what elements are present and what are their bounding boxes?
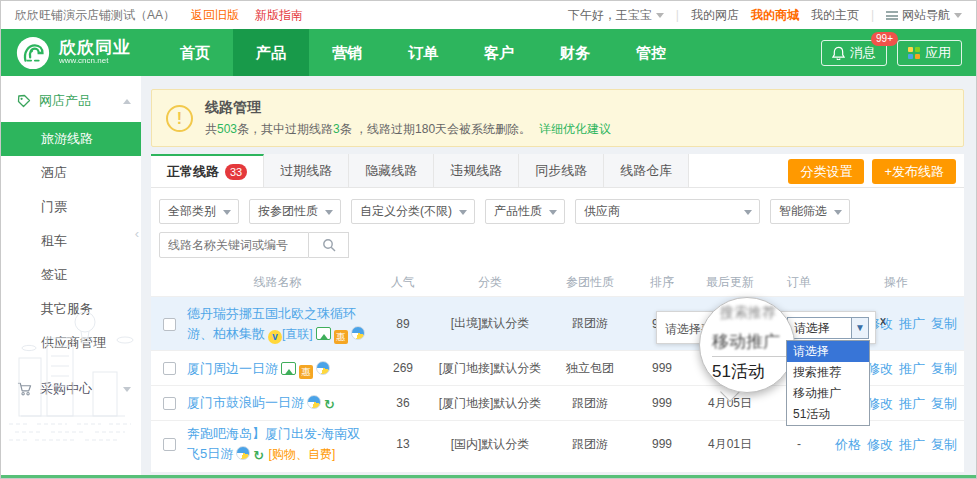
globe-icon	[236, 446, 250, 460]
op-price-link[interactable]: 价格	[835, 437, 861, 452]
sidebar-item-travel-routes[interactable]: 旅游线路	[1, 122, 141, 156]
publish-route-button[interactable]: +发布线路	[872, 159, 956, 184]
category-value: [厦门地接]默认分类	[434, 395, 546, 412]
nav-item-customers[interactable]: 客户	[461, 29, 537, 76]
loupe-text-mobile-promotion: 移动推广	[712, 330, 780, 353]
nav-item-control[interactable]: 管控	[613, 29, 689, 76]
op-copy-link[interactable]: 复制	[931, 361, 957, 376]
filter-supplier[interactable]: 供应商	[575, 199, 760, 224]
op-copy-link[interactable]: 复制	[931, 396, 957, 411]
brand-logo[interactable]: 欣欣同业 www.cncn.net	[1, 29, 157, 76]
join-type-value: 跟团游	[546, 395, 634, 412]
table-row: 奔跑吧海岛】厦门出发-海南双飞5日游↻ [购物、自费] 13 [国内]默认分类 …	[151, 420, 964, 467]
popularity-value: 269	[372, 361, 434, 375]
notice-title: 线路管理	[205, 99, 611, 117]
sidebar-item-hotel[interactable]: 酒店	[1, 156, 141, 190]
op-promote-link[interactable]: 推广	[899, 316, 925, 331]
option-51-activity[interactable]: 51活动	[787, 404, 869, 425]
search-icon	[322, 238, 336, 252]
table-header-row: 线路名称 人气 分类 参团性质 排序 最后更新 订单 操作	[151, 268, 964, 296]
op-edit-link[interactable]: 修改	[867, 396, 893, 411]
filter-join-type[interactable]: 按参团性质	[249, 199, 341, 224]
divider: |	[871, 8, 874, 22]
app-grid-icon	[908, 47, 920, 59]
my-shop-link[interactable]: 我的网店	[691, 7, 739, 24]
row-checkbox[interactable]	[163, 438, 176, 451]
category-settings-button[interactable]: 分类设置	[788, 159, 864, 184]
my-mall-link[interactable]: 我的商城	[751, 7, 799, 24]
filter-custom-category[interactable]: 自定义分类(不限)	[351, 199, 475, 224]
nav-item-orders[interactable]: 订单	[385, 29, 461, 76]
filter-product-nature[interactable]: 产品性质	[485, 199, 565, 224]
tab-route-warehouse[interactable]: 线路仓库	[604, 154, 689, 187]
sidebar-collapse-handle[interactable]: ‹	[135, 226, 139, 241]
row-checkbox[interactable]	[163, 397, 176, 410]
collapse-up-icon	[123, 99, 131, 104]
sidebar-section-shop-products[interactable]: 网店产品	[1, 76, 141, 122]
header-orders: 订单	[770, 274, 828, 291]
brand-name: 欣欣同业	[59, 39, 131, 57]
header-operations: 操作	[828, 274, 964, 291]
popup-close-button[interactable]: x	[880, 314, 886, 328]
tab-expired-routes[interactable]: 过期线路	[264, 154, 349, 187]
main-nav-bar: 欣欣同业 www.cncn.net 首页 产品 营销 订单 客户 财务 管控 消…	[1, 29, 976, 76]
option-please-select[interactable]: 请选择	[787, 341, 869, 362]
new-guide-link[interactable]: 新版指南	[255, 7, 303, 24]
loupe-text-51-activity: 51活动	[712, 356, 786, 383]
filter-all-categories[interactable]: 全部类别	[159, 199, 239, 224]
shopping-selfpay-tag: [购物、自费]	[269, 447, 336, 461]
tab-violation-routes[interactable]: 违规线路	[434, 154, 519, 187]
tab-normal-routes[interactable]: 正常线路 33	[151, 154, 264, 187]
promote-position-select[interactable]: 请选择 ▼	[787, 317, 869, 339]
chevron-down-icon	[656, 13, 664, 18]
verified-badge-icon: v	[268, 330, 282, 344]
route-name-link[interactable]: 厦门周边一日游	[187, 361, 278, 376]
optimization-advice-link[interactable]: 详细优化建议	[539, 122, 611, 136]
notice-banner: ! 线路管理 共503条，其中过期线路3条 ，线路过期180天会被系统删除。详细…	[151, 89, 964, 147]
sidebar-item-tickets[interactable]: 门票	[1, 190, 141, 224]
route-name-link[interactable]: 厦门市鼓浪屿一日游	[187, 395, 304, 410]
filter-smart[interactable]: 智能筛选	[770, 199, 850, 224]
option-search-promotion[interactable]: 搜索推荐	[787, 362, 869, 383]
user-greeting-menu[interactable]: 下午好，王宝宝	[568, 7, 664, 24]
nav-item-finance[interactable]: 财务	[537, 29, 613, 76]
nav-item-marketing[interactable]: 营销	[309, 29, 385, 76]
apps-button[interactable]: 应用	[897, 40, 962, 66]
search-button[interactable]	[309, 232, 349, 258]
expired-routes-count: 3	[333, 122, 340, 136]
back-to-old-link[interactable]: 返回旧版	[191, 7, 239, 24]
op-promote-link[interactable]: 推广	[899, 396, 925, 411]
header-category: 分类	[434, 274, 546, 291]
tab-hidden-routes[interactable]: 隐藏线路	[349, 154, 434, 187]
row-checkbox[interactable]	[163, 362, 176, 375]
globe-icon	[351, 326, 365, 340]
brand-url: www.cncn.net	[59, 57, 131, 65]
join-type-value: 跟团游	[546, 436, 634, 453]
sidebar-item-car-rental[interactable]: 租车	[1, 224, 141, 258]
op-edit-link[interactable]: 修改	[867, 361, 893, 376]
op-copy-link[interactable]: 复制	[931, 437, 957, 452]
option-mobile-promotion[interactable]: 移动推广	[787, 383, 869, 404]
chevron-down-icon	[459, 210, 467, 215]
category-value: [出境]默认分类	[434, 315, 546, 332]
header-popularity: 人气	[372, 274, 434, 291]
search-input[interactable]	[159, 232, 309, 258]
my-homepage-link[interactable]: 我的主页	[811, 7, 859, 24]
op-edit-link[interactable]: 修改	[867, 437, 893, 452]
photo-icon	[316, 327, 331, 340]
op-promote-link[interactable]: 推广	[899, 437, 925, 452]
row-checkbox[interactable]	[163, 318, 176, 331]
site-nav-menu[interactable]: 网站导航	[886, 7, 962, 24]
tab-sync-routes[interactable]: 同步线路	[519, 154, 604, 187]
store-name: 欣欣旺铺演示店铺测试（AA）	[15, 7, 175, 24]
header-last-updated: 最后更新	[690, 274, 770, 291]
top-utility-bar: 欣欣旺铺演示店铺测试（AA） 返回旧版 新版指南 下午好，王宝宝 | 我的网店 …	[1, 1, 976, 29]
sidebar-item-visa[interactable]: 签证	[1, 258, 141, 292]
op-copy-link[interactable]: 复制	[931, 316, 957, 331]
messages-button[interactable]: 消息 99+	[821, 40, 887, 66]
nav-item-home[interactable]: 首页	[157, 29, 233, 76]
op-promote-link[interactable]: 推广	[899, 361, 925, 376]
globe-icon	[307, 395, 321, 409]
message-count-badge: 99+	[871, 32, 898, 46]
nav-item-products[interactable]: 产品	[233, 29, 309, 76]
